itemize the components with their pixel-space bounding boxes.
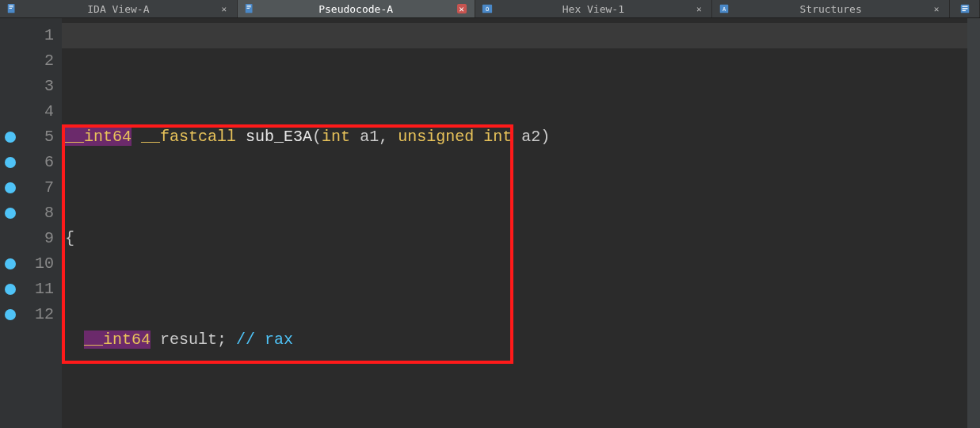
gutter-line[interactable]: 5 [0, 124, 54, 150]
gutter-line[interactable]: 12 [0, 302, 54, 327]
code-editor: 1 2 3 4 5 6 7 8 9 10 11 12 __int64 __fas… [0, 18, 980, 428]
breakpoint-icon[interactable] [5, 182, 16, 193]
gutter-line: 4 [0, 99, 54, 124]
enum-icon [959, 3, 970, 14]
hex-icon: O [482, 3, 493, 14]
gutter-line: 3 [0, 74, 54, 99]
code-line: __int64 result; // rax [65, 327, 967, 353]
breakpoint-icon[interactable] [5, 132, 16, 143]
breakpoint-icon[interactable] [5, 284, 16, 295]
close-icon[interactable]: ✕ [457, 4, 467, 13]
tab-overflow[interactable] [950, 0, 980, 17]
close-icon[interactable]: ✕ [219, 4, 229, 13]
struct-icon: A [719, 3, 730, 14]
svg-rect-1 [10, 6, 13, 6]
doc-icon [6, 3, 17, 14]
tab-ida-view-a[interactable]: IDA View-A ✕ [0, 0, 238, 17]
svg-text:O: O [485, 6, 488, 13]
close-icon[interactable]: ✕ [694, 4, 704, 13]
svg-rect-13 [962, 6, 967, 7]
breakpoint-icon[interactable] [5, 157, 16, 168]
gutter-line[interactable]: 6 [0, 150, 54, 175]
svg-rect-15 [962, 10, 965, 11]
breakpoint-icon[interactable] [5, 309, 16, 320]
code-line: __int64 __fastcall sub_E3A(int a1, unsig… [65, 124, 967, 150]
gutter-line[interactable]: 7 [0, 175, 54, 201]
tab-label: Structures [799, 3, 861, 15]
gutter-line: 9 [0, 226, 54, 251]
breakpoint-icon[interactable] [5, 208, 16, 219]
tab-bar: IDA View-A ✕ Pseudocode-A ✕ O Hex View-1… [0, 0, 980, 18]
close-icon[interactable]: ✕ [932, 4, 941, 13]
gutter-line: 1 [0, 23, 54, 48]
tab-label: Hex View-1 [562, 3, 624, 15]
code-line: { [65, 226, 967, 251]
tab-hex-view-1[interactable]: O Hex View-1 ✕ [475, 0, 713, 17]
svg-rect-2 [10, 6, 13, 7]
gutter-line[interactable]: 10 [0, 251, 54, 277]
tab-label: IDA View-A [87, 3, 149, 15]
svg-rect-14 [962, 8, 967, 9]
code-area[interactable]: __int64 __fastcall sub_E3A(int a1, unsig… [62, 18, 967, 428]
doc-icon [244, 3, 255, 14]
gutter-line[interactable]: 11 [0, 277, 54, 302]
tab-pseudocode-a[interactable]: Pseudocode-A ✕ [238, 0, 475, 17]
gutter-line[interactable]: 8 [0, 201, 54, 226]
gutter-line: 2 [0, 48, 54, 74]
gutter: 1 2 3 4 5 6 7 8 9 10 11 12 [0, 18, 62, 428]
tab-structures[interactable]: A Structures ✕ [712, 0, 950, 17]
vertical-scrollbar[interactable] [967, 18, 980, 428]
current-line-highlight [62, 23, 967, 48]
breakpoint-icon[interactable] [5, 258, 16, 269]
svg-rect-3 [10, 8, 13, 9]
svg-rect-7 [246, 8, 250, 9]
svg-rect-6 [246, 6, 250, 7]
tab-label: Pseudocode-A [318, 3, 393, 15]
svg-rect-5 [246, 6, 250, 6]
